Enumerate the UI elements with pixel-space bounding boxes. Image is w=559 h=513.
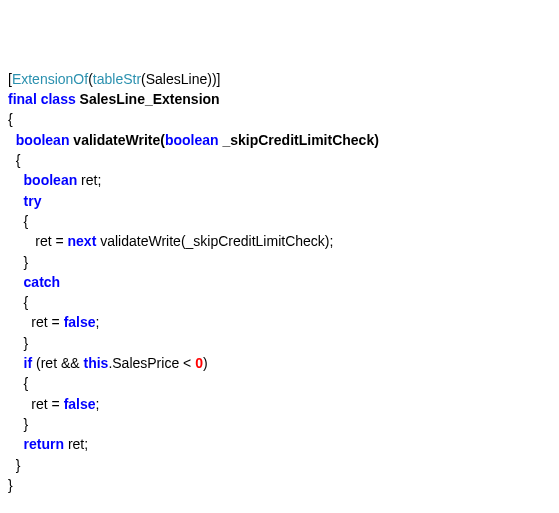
code-line: ret = false; xyxy=(8,394,551,414)
code-line: boolean validateWrite(boolean _skipCredi… xyxy=(8,130,551,150)
code-line: ret = false; xyxy=(8,312,551,332)
code-line: if (ret && this.SalesPrice < 0) xyxy=(8,353,551,373)
code-token: ret; xyxy=(64,436,88,452)
code-token: } xyxy=(8,254,28,270)
code-token: _skipCreditLimitCheck) xyxy=(219,132,379,148)
code-token: ret; xyxy=(77,172,101,188)
code-line: ret = next validateWrite(_skipCreditLimi… xyxy=(8,231,551,251)
code-line: catch xyxy=(8,272,551,292)
code-token: } xyxy=(8,335,28,351)
code-line: { xyxy=(8,150,551,170)
code-token: ; xyxy=(96,396,100,412)
code-token: ) xyxy=(203,355,208,371)
code-line: } xyxy=(8,455,551,475)
code-token xyxy=(8,274,24,290)
code-token: validateWrite(_skipCreditLimitCheck); xyxy=(96,233,333,249)
code-token: } xyxy=(8,457,20,473)
code-line: [ExtensionOf(tableStr(SalesLine))] xyxy=(8,69,551,89)
code-token: try xyxy=(24,193,42,209)
code-token xyxy=(8,193,24,209)
code-token: boolean xyxy=(16,132,70,148)
code-line: } xyxy=(8,475,551,495)
code-token: ExtensionOf xyxy=(12,71,88,87)
code-token: validateWrite( xyxy=(69,132,164,148)
code-block: [ExtensionOf(tableStr(SalesLine))]final … xyxy=(8,69,551,495)
code-line: return ret; xyxy=(8,434,551,454)
code-line: { xyxy=(8,211,551,231)
code-token: this xyxy=(83,355,108,371)
code-line: boolean ret; xyxy=(8,170,551,190)
code-token: tableStr xyxy=(93,71,141,87)
code-line: } xyxy=(8,333,551,353)
code-token: } xyxy=(8,416,28,432)
code-token: catch xyxy=(24,274,61,290)
code-token: ret = xyxy=(8,396,64,412)
code-line: } xyxy=(8,252,551,272)
code-token: (ret && xyxy=(32,355,83,371)
code-token: boolean xyxy=(24,172,78,188)
code-line: { xyxy=(8,292,551,312)
code-token: false xyxy=(64,396,96,412)
code-token: { xyxy=(8,111,13,127)
code-token: { xyxy=(8,213,28,229)
code-line: { xyxy=(8,109,551,129)
code-token: .SalesPrice < xyxy=(108,355,195,371)
code-token: boolean xyxy=(165,132,219,148)
code-token xyxy=(8,355,24,371)
code-token: { xyxy=(8,294,28,310)
code-token: return xyxy=(24,436,64,452)
code-line: try xyxy=(8,191,551,211)
code-token: ; xyxy=(96,314,100,330)
code-token: } xyxy=(8,477,13,493)
code-token: ret = xyxy=(8,314,64,330)
code-token: false xyxy=(64,314,96,330)
code-token: { xyxy=(8,375,28,391)
code-token: if xyxy=(24,355,33,371)
code-token: 0 xyxy=(195,355,203,371)
code-token: { xyxy=(8,152,20,168)
code-token xyxy=(8,172,24,188)
code-token: next xyxy=(68,233,97,249)
code-line: final class SalesLine_Extension xyxy=(8,89,551,109)
code-token xyxy=(8,132,16,148)
code-token: (SalesLine))] xyxy=(141,71,220,87)
code-line: { xyxy=(8,373,551,393)
code-token xyxy=(8,436,24,452)
code-line: } xyxy=(8,414,551,434)
code-token: final class xyxy=(8,91,76,107)
code-token: SalesLine_Extension xyxy=(76,91,220,107)
code-token: ret = xyxy=(8,233,68,249)
